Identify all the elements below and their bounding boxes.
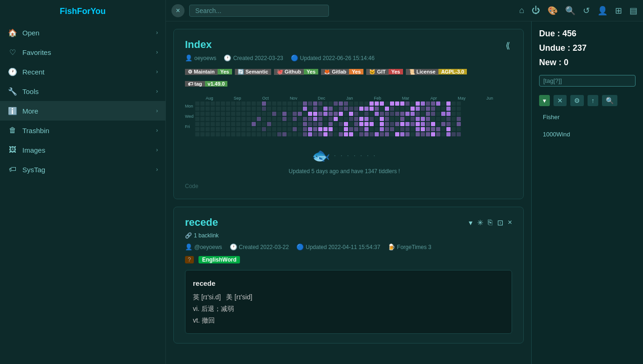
palette-icon[interactable]: 🎨 [547, 6, 558, 16]
heatmap-cell [287, 101, 292, 106]
tag-search-button[interactable]: 🔍 [602, 95, 617, 106]
chevron-right-icon: › [156, 166, 158, 173]
heatmap-cell [431, 127, 435, 131]
heatmap-cell [216, 107, 220, 111]
chevron-right-icon: › [156, 68, 158, 75]
heatmap-cell [380, 117, 384, 121]
sidebar-item-recent[interactable]: 🕐 Recent › [0, 62, 165, 81]
heatmap-cell [323, 117, 328, 121]
heatmap-cell [328, 101, 333, 106]
heatmap-cell [344, 107, 348, 111]
star-action-button[interactable]: ✳ [477, 218, 483, 227]
refresh-icon[interactable]: ↺ [583, 6, 590, 16]
tag-input-container [539, 75, 636, 87]
heatmap-cell [318, 127, 322, 131]
heatmap-cell [436, 101, 440, 106]
heatmap-cell [416, 112, 420, 116]
card2-meta: 👤 @oeyoews 🕐 Created 2022-03-22 🔵 Update… [185, 243, 512, 250]
heatmap-cell [354, 101, 358, 106]
heatmap-cell [349, 122, 353, 126]
heatmap-cell [457, 107, 461, 111]
heatmap-cell [339, 122, 343, 126]
heatmap-cell [451, 122, 456, 126]
grid-icon[interactable]: ⊞ [615, 6, 622, 16]
heatmap-cell [369, 117, 374, 121]
heatmap-cell [380, 112, 384, 116]
sidebar-item-label: Trashbin [22, 127, 49, 135]
tag-export-button[interactable]: ↑ [588, 95, 598, 106]
heatmap-cell [303, 117, 307, 121]
heatmap-cell [416, 127, 420, 131]
heatmap-cell [410, 107, 415, 111]
dropdown-fisher[interactable]: Fisher [539, 111, 636, 123]
heatmap-cell [303, 107, 307, 111]
close-button[interactable]: × [171, 4, 185, 17]
heatmap-cell [390, 117, 394, 121]
close-action-button[interactable]: × [508, 218, 512, 227]
home-topbar-icon[interactable]: ⌂ [519, 6, 524, 15]
heatmap-cell [216, 122, 220, 126]
heatmap-cell [375, 117, 379, 121]
sidebar-item-images[interactable]: 🖼 Images › [0, 140, 165, 160]
sidebar-item-more[interactable]: ℹ️ More › [0, 101, 165, 121]
heatmap-cell [211, 101, 215, 106]
expand-action-button[interactable]: ▾ [469, 218, 472, 227]
copy-action-button[interactable]: ⎘ [488, 218, 493, 227]
tag-input[interactable] [543, 77, 631, 84]
heatmap-cell [349, 117, 353, 121]
sidebar-item-tools[interactable]: 🔧 Tools › [0, 81, 165, 101]
heatmap-cell [436, 127, 440, 131]
english-word-badge[interactable]: EnglishWord [198, 256, 240, 263]
power-icon[interactable]: ⏻ [532, 6, 540, 15]
heatmap-cell [216, 132, 220, 136]
heatmap-cell [205, 122, 210, 126]
search-zoom-icon[interactable]: 🔍 [565, 6, 575, 16]
right-panel: Due : 456 Undue : 237 New : 0 ▾ ✕ ⚙ ↑ 🔍 … [531, 21, 643, 364]
heatmap-cell [211, 122, 215, 126]
sidebar-item-systag[interactable]: 🏷 SysTag › [0, 160, 165, 179]
clock-icon: 🕐 [7, 67, 18, 77]
heatmap-cell [400, 117, 404, 121]
heatmap-cell [369, 127, 374, 131]
heatmap-cell [287, 107, 292, 111]
tag-settings-button[interactable]: ⚙ [570, 95, 584, 106]
heatmap-cell [369, 112, 374, 116]
heatmap-cell [221, 112, 225, 116]
sidebar-item-favorites[interactable]: ♡ Favorites › [0, 42, 165, 62]
heatmap-cell [272, 127, 276, 131]
profile-icon[interactable]: 👤 [597, 6, 608, 16]
heatmap-cell [359, 112, 363, 116]
heatmap-cell [395, 112, 399, 116]
heatmap-cell [257, 112, 261, 116]
collapse-button[interactable]: ⟪ [504, 39, 512, 53]
heatmap-cell [339, 127, 343, 131]
heatmap-cell [390, 132, 394, 136]
beer-icon: 🍺 [388, 243, 395, 250]
sidebar-item-trashbin[interactable]: 🗑 Trashbin › [0, 121, 165, 140]
heatmap-cell [236, 101, 240, 106]
heatmap-cell [457, 112, 461, 116]
heatmap-cell [405, 107, 410, 111]
heatmap-cell [318, 112, 322, 116]
heatmap-cell [267, 107, 271, 111]
sidebar-item-open[interactable]: 🏠 Open › [0, 23, 165, 42]
heatmap-cell [226, 122, 230, 126]
heatmap-cell [298, 122, 302, 126]
heatmap-cell [303, 101, 307, 106]
heatmap-cell [369, 122, 374, 126]
layout-icon[interactable]: ▤ [629, 6, 637, 16]
dropdown-1000wind[interactable]: 1000Wind [539, 128, 636, 141]
heatmap-cell [431, 117, 435, 121]
edit-action-button[interactable]: ⊡ [497, 218, 503, 227]
heatmap-cell [272, 117, 276, 121]
heatmap-cell [334, 112, 338, 116]
search-input[interactable] [189, 5, 329, 17]
tag-confirm-button[interactable]: ▾ [539, 95, 550, 106]
word-def2: vt. 撤回 [193, 315, 504, 326]
tag-clear-button[interactable]: ✕ [554, 95, 567, 106]
heatmap-cell [339, 132, 343, 136]
heatmap-cell [431, 107, 435, 111]
heatmap-cell [241, 127, 246, 131]
heatmap-cell [323, 101, 328, 106]
heatmap-cell [246, 117, 251, 121]
